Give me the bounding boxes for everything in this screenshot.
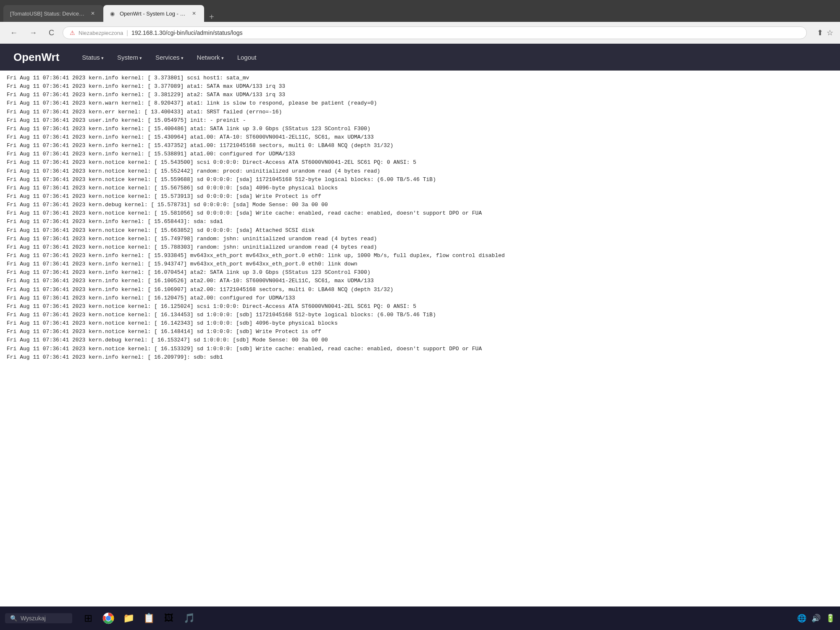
tab-openwrt-favicon: ◉ [110, 10, 115, 17]
taskbar-network-icon: 🌐 [797, 614, 806, 623]
back-button[interactable]: ← [7, 27, 21, 39]
tab-openwrt[interactable]: ◉ OpenWrt - System Log - LuCI ✕ [103, 5, 204, 22]
log-content[interactable]: Fri Aug 11 07:36:41 2023 kern.info kerne… [0, 71, 840, 606]
openwrt-logo: OpenWrt [13, 51, 59, 64]
taskbar-app3-icon[interactable]: 📋 [139, 609, 158, 627]
openwrt-header: OpenWrt Status System Services Network L… [0, 44, 840, 71]
log-line: Fri Aug 11 07:36:41 2023 kern.info kerne… [7, 260, 833, 268]
nav-item-system[interactable]: System [111, 50, 148, 64]
log-line: Fri Aug 11 07:36:41 2023 kern.info kerne… [7, 142, 833, 150]
taskbar-app4-icon[interactable]: 🖼 [160, 609, 178, 627]
nav-item-services[interactable]: Services [150, 50, 189, 64]
taskbar-chrome-icon[interactable] [99, 609, 118, 627]
log-line: Fri Aug 11 07:36:41 2023 kern.debug kern… [7, 201, 833, 209]
nav-item-network[interactable]: Network [191, 50, 230, 64]
log-line: Fri Aug 11 07:36:41 2023 kern.info kerne… [7, 218, 833, 226]
address-bar-row: ← → C ⚠ Niezabezpieczona | 192.168.1.30/… [0, 22, 840, 44]
protocol-label: Niezabezpieczona [79, 30, 123, 36]
log-line: Fri Aug 11 07:36:41 2023 kern.notice ker… [7, 345, 833, 353]
address-bar[interactable]: ⚠ Niezabezpieczona | 192.168.1.30/cgi-bi… [63, 26, 807, 39]
refresh-button[interactable]: C [45, 27, 58, 39]
taskbar-search-label: Wyszukaj [21, 615, 46, 622]
taskbar-windows-icon[interactable]: ⊞ [79, 609, 97, 627]
share-icon[interactable]: ⬆ [817, 28, 823, 37]
forward-button[interactable]: → [26, 27, 40, 39]
log-line: Fri Aug 11 07:36:41 2023 kern.info kerne… [7, 353, 833, 362]
log-line: Fri Aug 11 07:36:41 2023 kern.notice ker… [7, 167, 833, 176]
log-line: Fri Aug 11 07:36:41 2023 kern.notice ker… [7, 226, 833, 235]
log-line: Fri Aug 11 07:36:41 2023 kern.err kernel… [7, 108, 833, 116]
tab-bar: [TomatoUSB] Status: Device List ✕ ◉ Open… [0, 0, 840, 22]
log-line: Fri Aug 11 07:36:41 2023 user.info kerne… [7, 116, 833, 125]
taskbar-right: 🌐 🔊 🔋 [797, 614, 835, 623]
tab-tomatousb-close[interactable]: ✕ [89, 10, 97, 17]
log-line: Fri Aug 11 07:36:41 2023 kern.debug kern… [7, 336, 833, 344]
url-text: 192.168.1.30/cgi-bin/luci/admin/status/l… [131, 29, 243, 36]
taskbar-volume-icon: 🔊 [811, 614, 821, 623]
log-line: Fri Aug 11 07:36:41 2023 kern.info kerne… [7, 277, 833, 285]
taskbar-battery-icon: 🔋 [826, 614, 835, 623]
log-line: Fri Aug 11 07:36:41 2023 kern.notice ker… [7, 319, 833, 328]
log-line: Fri Aug 11 07:36:41 2023 kern.info kerne… [7, 74, 833, 82]
nav-menu: Status System Services Network Logout [76, 50, 262, 64]
log-line: Fri Aug 11 07:36:41 2023 kern.notice ker… [7, 184, 833, 192]
log-line: Fri Aug 11 07:36:41 2023 kern.notice ker… [7, 176, 833, 184]
log-line: Fri Aug 11 07:36:41 2023 kern.info kerne… [7, 268, 833, 277]
log-line: Fri Aug 11 07:36:41 2023 kern.warn kerne… [7, 99, 833, 108]
log-line: Fri Aug 11 07:36:41 2023 kern.notice ker… [7, 311, 833, 319]
openwrt-page: OpenWrt Status System Services Network L… [0, 44, 840, 606]
taskbar-icons: ⊞ 📁 📋 🖼 🎵 [79, 609, 198, 627]
bookmark-icon[interactable]: ☆ [827, 28, 833, 37]
log-line: Fri Aug 11 07:36:41 2023 kern.info kerne… [7, 294, 833, 302]
log-line: Fri Aug 11 07:36:41 2023 kern.info kerne… [7, 125, 833, 133]
taskbar-search-icon: 🔍 [10, 615, 17, 622]
taskbar: 🔍 Wyszukaj ⊞ 📁 📋 🖼 🎵 🌐 🔊 🔋 [0, 606, 840, 630]
log-line: Fri Aug 11 07:36:41 2023 kern.info kerne… [7, 252, 833, 260]
nav-item-status[interactable]: Status [76, 50, 110, 64]
log-line: Fri Aug 11 07:36:41 2023 kern.notice ker… [7, 209, 833, 218]
taskbar-files-icon[interactable]: 📁 [119, 609, 138, 627]
tab-tomatousb[interactable]: [TomatoUSB] Status: Device List ✕ [3, 5, 103, 22]
log-line: Fri Aug 11 07:36:41 2023 kern.notice ker… [7, 158, 833, 167]
log-line: Fri Aug 11 07:36:41 2023 kern.info kerne… [7, 91, 833, 99]
svg-point-2 [107, 617, 110, 620]
log-line: Fri Aug 11 07:36:41 2023 kern.info kerne… [7, 133, 833, 142]
log-line: Fri Aug 11 07:36:41 2023 kern.notice ker… [7, 302, 833, 311]
tab-openwrt-close[interactable]: ✕ [190, 10, 197, 17]
nav-item-logout[interactable]: Logout [231, 50, 262, 64]
tab-openwrt-label: OpenWrt - System Log - LuCI [120, 10, 187, 17]
taskbar-music-icon[interactable]: 🎵 [180, 609, 198, 627]
taskbar-search[interactable]: 🔍 Wyszukaj [5, 613, 72, 623]
log-line: Fri Aug 11 07:36:41 2023 kern.notice ker… [7, 235, 833, 243]
log-line: Fri Aug 11 07:36:41 2023 kern.notice ker… [7, 243, 833, 252]
log-line: Fri Aug 11 07:36:41 2023 kern.info kerne… [7, 150, 833, 158]
log-line: Fri Aug 11 07:36:41 2023 kern.info kerne… [7, 82, 833, 91]
log-line: Fri Aug 11 07:36:41 2023 kern.notice ker… [7, 192, 833, 201]
tab-tomatousb-label: [TomatoUSB] Status: Device List [10, 10, 86, 17]
log-line: Fri Aug 11 07:36:41 2023 kern.info kerne… [7, 286, 833, 294]
security-warning-icon: ⚠ [70, 29, 75, 36]
log-line: Fri Aug 11 07:36:41 2023 kern.notice ker… [7, 328, 833, 336]
add-tab-button[interactable]: + [204, 12, 219, 22]
address-actions: ⬆ ☆ [817, 28, 833, 37]
